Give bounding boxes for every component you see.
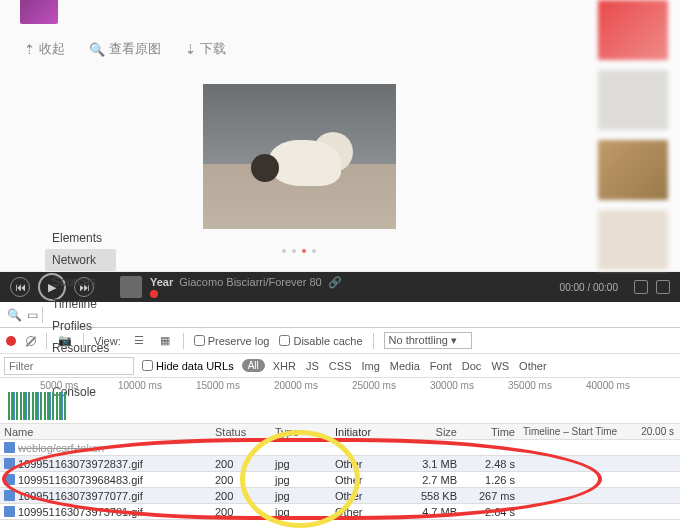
timeline-overview[interactable]: 5000 ms10000 ms15000 ms20000 ms25000 ms3…: [0, 378, 680, 424]
dot[interactable]: [292, 249, 296, 253]
network-table: Name Status Type Initiator Size Time Tim…: [0, 424, 680, 520]
collapse-button[interactable]: ⇡收起: [24, 40, 65, 58]
clear-button[interactable]: [26, 336, 36, 346]
filter-media[interactable]: Media: [390, 360, 420, 372]
hide-data-urls-checkbox[interactable]: Hide data URLs: [142, 360, 234, 372]
filter-other[interactable]: Other: [519, 360, 547, 372]
filter-font[interactable]: Font: [430, 360, 452, 372]
file-icon: [4, 474, 15, 485]
download-button[interactable]: ⇣下载: [185, 40, 226, 58]
thumbnail[interactable]: [20, 0, 58, 24]
record-indicator-icon: [150, 290, 158, 298]
filter-img[interactable]: Img: [361, 360, 379, 372]
filter-css[interactable]: CSS: [329, 360, 352, 372]
side-thumb[interactable]: [598, 70, 668, 130]
dot[interactable]: [312, 249, 316, 253]
volume-icon[interactable]: [656, 280, 670, 294]
view-original-button[interactable]: 🔍查看原图: [89, 40, 161, 58]
playback-time: 00:00 / 00:00: [560, 282, 618, 293]
side-thumb[interactable]: [598, 140, 668, 200]
table-row[interactable]: 109951163073968483.gif200jpgOther2.7 MB1…: [0, 472, 680, 488]
filter-all[interactable]: All: [242, 359, 265, 372]
disable-cache-checkbox[interactable]: Disable cache: [279, 335, 362, 347]
timeline-tick: 20000 ms: [274, 380, 318, 391]
view-grid-icon[interactable]: ▦: [157, 333, 173, 349]
timeline-tick: 40000 ms: [586, 380, 630, 391]
table-row[interactable]: 109951163073977077.gif200jpgOther558 KB2…: [0, 488, 680, 504]
pip-icon[interactable]: [634, 280, 648, 294]
file-icon: [4, 506, 15, 517]
hero-image[interactable]: [203, 84, 396, 229]
dot-active[interactable]: [302, 249, 306, 253]
timeline-waveform: [8, 392, 66, 420]
table-row[interactable]: 109951163073973781.gif200jpgOther4.7 MB2…: [0, 504, 680, 520]
timeline-tick: 15000 ms: [196, 380, 240, 391]
view-label: View:: [94, 335, 121, 347]
inspect-icon[interactable]: 🔍: [6, 307, 22, 323]
preserve-log-checkbox[interactable]: Preserve log: [194, 335, 270, 347]
filter-js[interactable]: JS: [306, 360, 319, 372]
filter-bar: Hide data URLs All XHRJSCSSImgMediaFontD…: [0, 354, 680, 378]
devtools-tabs: 🔍 ▭ ElementsNetworkSourcesTimelineProfil…: [0, 302, 680, 328]
table-row[interactable]: 109951163073972837.gif200jpgOther3.1 MB2…: [0, 456, 680, 472]
filter-doc[interactable]: Doc: [462, 360, 482, 372]
tab-network[interactable]: Network: [45, 249, 116, 271]
capture-icon[interactable]: 📷: [57, 333, 73, 349]
dot[interactable]: [282, 249, 286, 253]
timeline-tick: 5000 ms: [40, 380, 78, 391]
track-title: Year: [150, 277, 173, 288]
filter-input[interactable]: [4, 357, 134, 375]
side-thumb[interactable]: [598, 210, 668, 270]
tab-elements[interactable]: Elements: [45, 227, 116, 249]
table-row[interactable]: weblog/csrf-token: [0, 440, 680, 456]
view-list-icon[interactable]: ☰: [131, 333, 147, 349]
timeline-tick: 25000 ms: [352, 380, 396, 391]
record-button[interactable]: [6, 336, 16, 346]
throttling-select[interactable]: No throttling ▾: [384, 332, 472, 349]
image-actions: ⇡收起 🔍查看原图 ⇣下载: [24, 40, 578, 58]
file-icon: [4, 458, 15, 469]
device-icon[interactable]: ▭: [24, 307, 40, 323]
track-artist: Giacomo Bisciarri/Forever 80: [179, 277, 321, 288]
tab-sources[interactable]: Sources: [45, 271, 116, 293]
filter-ws[interactable]: WS: [491, 360, 509, 372]
devtools: 🔍 ▭ ElementsNetworkSourcesTimelineProfil…: [0, 302, 680, 520]
tab-profiles[interactable]: Profiles: [45, 315, 116, 337]
timeline-tick: 10000 ms: [118, 380, 162, 391]
table-header: Name Status Type Initiator Size Time Tim…: [0, 424, 680, 440]
album-art: [120, 276, 142, 298]
timeline-tick: 35000 ms: [508, 380, 552, 391]
file-icon: [4, 490, 15, 501]
timeline-tick: 30000 ms: [430, 380, 474, 391]
link-icon[interactable]: 🔗: [328, 277, 342, 288]
tab-timeline[interactable]: Timeline: [45, 293, 116, 315]
filter-xhr[interactable]: XHR: [273, 360, 296, 372]
prev-track-button[interactable]: ⏮: [10, 277, 30, 297]
file-icon: [4, 442, 15, 453]
side-thumb[interactable]: [598, 0, 668, 60]
sidebar-thumbnails: [598, 0, 680, 271]
